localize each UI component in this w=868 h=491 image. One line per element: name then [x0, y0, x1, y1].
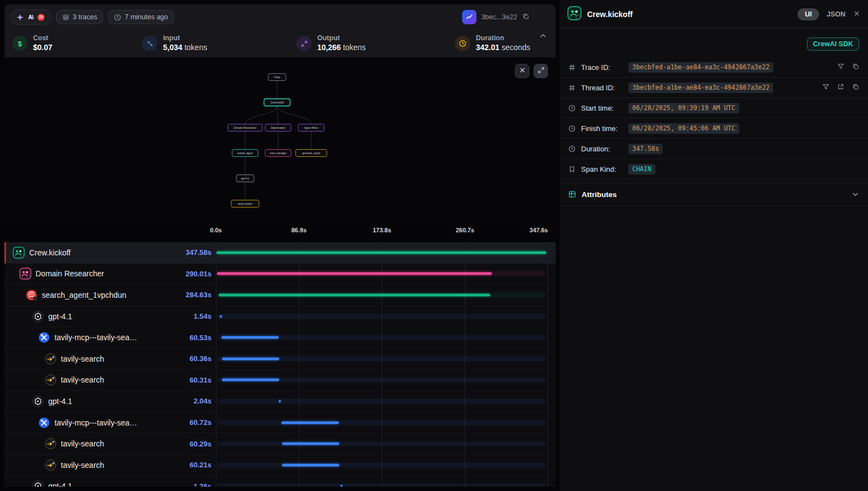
span-name: tavily-mcp---tavily-sea… [55, 418, 185, 427]
filter-button[interactable] [837, 63, 844, 72]
field-row: Trace ID: 3becbfed-a1be-ae84-ea3c-494286… [560, 57, 868, 78]
graph-node[interactable]: Agent Writer [298, 124, 324, 132]
tavily-icon [45, 353, 57, 365]
field-value[interactable]: 3becbfed-a1be-ae84-ea3c-4942867a3e22 [628, 62, 773, 73]
graph-node[interactable]: search_agent [232, 150, 258, 157]
topbar-right: 3bec...3e22 [462, 10, 529, 24]
trace-row[interactable]: Domain Researcher 290.01s [4, 264, 556, 285]
layers-icon [62, 14, 69, 21]
trace-row[interactable]: Crew.kickoff 347.58s [4, 242, 556, 264]
trace-row[interactable]: gpt-4.1 2.04s [4, 391, 556, 412]
stats-bar: $ Cost $0.07 Input 5,034 tokens Output 1… [4, 30, 556, 57]
traces-count-badge[interactable]: 3 traces [56, 10, 103, 24]
graph-node[interactable]: tavily-search [231, 200, 259, 208]
graph-node[interactable]: gpt-4.1 [236, 175, 254, 182]
clock-icon [114, 14, 121, 21]
timeline-cell [216, 285, 548, 305]
graph-close-button[interactable] [515, 64, 529, 78]
field-value[interactable]: CHAIN [628, 164, 655, 174]
graph-expand-button[interactable] [534, 64, 548, 78]
field-row: Finish time: 06/28/2025, 09:45:06 AM UTC [560, 118, 868, 139]
trace-row[interactable]: tavily-search 60.29s [4, 433, 556, 455]
trace-row[interactable]: tavily-search 60.31s [4, 370, 556, 391]
duration-bar[interactable] [216, 251, 546, 254]
trace-row[interactable]: search_agent_1vpchdun 284.63s [4, 285, 556, 306]
trace-row[interactable]: gpt-4.1 1.54s [4, 306, 556, 328]
svg-text:generate_report: generate_report [302, 152, 321, 155]
field-row: Duration: 347.58s [560, 139, 868, 159]
graph-node[interactable]: crew_manager [265, 150, 291, 157]
trace-graph-area: Crew Crew.kickoff Domain Researcher Data… [4, 57, 556, 220]
trace-row[interactable]: gpt-4.1 1.36s [4, 476, 556, 487]
duration-bar[interactable] [279, 400, 281, 402]
duration-bar[interactable] [220, 315, 222, 318]
panel-close-button[interactable] [853, 10, 860, 19]
duration-bar[interactable] [222, 357, 279, 360]
trace-row[interactable]: tavily-search 60.21s [4, 455, 556, 476]
agent-icon [19, 268, 31, 280]
svg-text:crew_manager: crew_manager [270, 152, 287, 155]
timeline-axis: 0.0s86.9s173.8s260.7s347.6s [4, 220, 556, 242]
duration-bar[interactable] [221, 336, 279, 339]
external-button[interactable] [837, 83, 844, 92]
timeline-cell [216, 327, 548, 348]
copy-button[interactable] [852, 63, 859, 72]
tab-ui[interactable]: UI [798, 8, 819, 20]
duration-track [218, 420, 546, 425]
tab-json[interactable]: JSON [827, 10, 845, 18]
duration-bar[interactable] [217, 272, 492, 275]
graph-node[interactable]: Data Analyst [265, 124, 291, 132]
panel-header: Crew.kickoff UI JSON [560, 0, 868, 29]
chart-button[interactable] [462, 10, 476, 24]
chevron-up-icon [539, 33, 547, 41]
trace-row[interactable]: tavily-mcp---tavily-sea… 60.72s [4, 412, 556, 434]
span-name: search_agent_1vpchdun [42, 291, 181, 299]
stat-value: $0.07 [33, 43, 52, 53]
axis-tick: 260.7s [455, 227, 474, 233]
duration-track [218, 314, 546, 319]
duration-bar[interactable] [222, 379, 279, 381]
stat-input: Input 5,034 tokens [142, 34, 296, 52]
duration-bar[interactable] [219, 293, 490, 296]
field-actions [837, 63, 859, 72]
stat-value: 10,266 tokens [317, 43, 366, 53]
svg-text:tavily-search: tavily-search [238, 203, 252, 205]
provider-logos: A\ [10, 9, 51, 25]
field-value[interactable]: 06/28/2025, 09:39:19 AM UTC [628, 103, 739, 113]
svg-text:Domain Researcher: Domain Researcher [234, 127, 257, 129]
duration-bar[interactable] [340, 485, 343, 487]
timeline-cell [216, 306, 548, 327]
external-icon [837, 83, 844, 92]
field-label: Duration: [581, 145, 624, 153]
copy-button[interactable] [852, 83, 859, 92]
field-value[interactable]: 347.58s [628, 144, 663, 154]
crew-icon [567, 6, 582, 23]
duration-bar[interactable] [282, 463, 339, 466]
trace-row[interactable]: tavily-mcp---tavily-sea… 60.53s [4, 327, 556, 348]
attributes-section[interactable]: Attributes [560, 183, 868, 206]
field-value[interactable]: 06/28/2025, 09:45:06 AM UTC [628, 123, 739, 134]
field-value[interactable]: 3becbfed-a1be-ae84-ea3c-4942867a3e22 [628, 83, 773, 93]
clock-sm-icon [568, 145, 577, 152]
duration-bar[interactable] [282, 443, 339, 445]
graph-node[interactable]: generate_report [296, 150, 327, 157]
graph-node[interactable]: Crew.kickoff [264, 99, 290, 106]
sdk-badge: CrewAI SDK [807, 37, 859, 51]
tools-icon [38, 331, 50, 343]
span-duration: 60.31s [189, 376, 211, 384]
trace-graph[interactable]: Crew Crew.kickoff Domain Researcher Data… [4, 57, 556, 220]
graph-node[interactable]: Domain Researcher [228, 124, 263, 132]
duration-bar[interactable] [281, 421, 339, 424]
trace-view-app: A\ 3 traces 7 minutes ago 3bec...3e22 [0, 0, 868, 491]
copy-trace-id-button[interactable] [522, 13, 529, 21]
trace-row[interactable]: tavily-search 60.36s [4, 348, 556, 370]
collapse-stats-button[interactable] [539, 32, 547, 41]
stat-duration: Duration 342.01 seconds [455, 34, 548, 52]
axis-tick: 347.6s [529, 227, 548, 233]
panel-gap [556, 0, 560, 491]
dollar-icon: $ [12, 36, 28, 51]
filter-button[interactable] [822, 83, 829, 92]
stat-label: Input [163, 34, 207, 43]
span-name: tavily-search [61, 439, 186, 448]
graph-node[interactable]: Crew [268, 74, 286, 81]
